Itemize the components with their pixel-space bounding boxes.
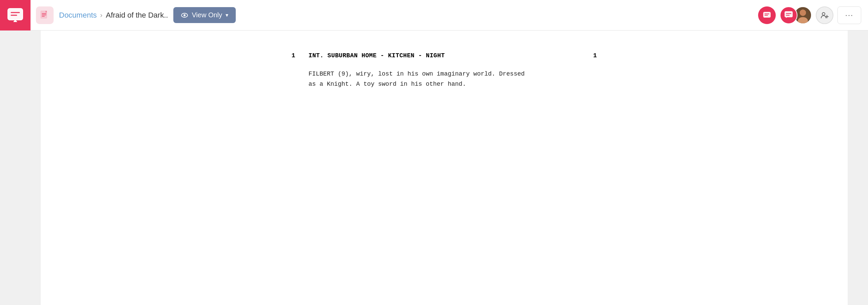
topbar: Documents › Afraid of the Dark.. View On… bbox=[0, 0, 868, 30]
action-line-1: FILBERT (9), wiry, lost in his own imagi… bbox=[309, 69, 597, 79]
doc-icon-wrapper bbox=[36, 6, 54, 24]
scene-row: 1 INT. SUBURBAN HOME - KITCHEN - NIGHT 1 bbox=[292, 51, 597, 61]
scene-number-right: 1 bbox=[580, 51, 597, 61]
sidebar-left bbox=[0, 30, 41, 305]
view-only-chevron-icon: ▾ bbox=[226, 12, 228, 18]
document-content[interactable]: 1 INT. SUBURBAN HOME - KITCHEN - NIGHT 1… bbox=[41, 30, 848, 305]
svg-rect-16 bbox=[785, 11, 793, 17]
chat-button[interactable] bbox=[758, 6, 776, 24]
script-body: 1 INT. SUBURBAN HOME - KITCHEN - NIGHT 1… bbox=[292, 51, 597, 89]
eye-icon bbox=[181, 12, 188, 19]
svg-point-11 bbox=[184, 14, 186, 16]
svg-point-23 bbox=[800, 9, 806, 16]
action-block: FILBERT (9), wiry, lost in his own imagi… bbox=[309, 69, 597, 89]
svg-point-24 bbox=[822, 13, 825, 15]
breadcrumb-current-doc: Afraid of the Dark.. bbox=[106, 11, 168, 20]
svg-marker-19 bbox=[786, 17, 787, 18]
add-user-button[interactable] bbox=[816, 6, 833, 24]
avatar-pink[interactable] bbox=[780, 6, 797, 24]
scene-heading: INT. SUBURBAN HOME - KITCHEN - NIGHT bbox=[309, 51, 580, 61]
breadcrumb-chevron-icon: › bbox=[100, 11, 102, 19]
logo-icon bbox=[6, 6, 24, 24]
view-only-label: View Only bbox=[192, 11, 222, 19]
sidebar-right bbox=[848, 30, 868, 305]
app-logo[interactable] bbox=[0, 0, 31, 30]
action-line-2: as a Knight. A toy sword in his other ha… bbox=[309, 79, 597, 89]
doc-icon bbox=[40, 10, 50, 20]
svg-rect-0 bbox=[8, 8, 23, 20]
chat-bubble-icon bbox=[784, 11, 793, 20]
topbar-right: ··· bbox=[758, 6, 861, 24]
svg-rect-6 bbox=[45, 11, 47, 13]
add-user-icon bbox=[821, 11, 829, 19]
more-options-label: ··· bbox=[845, 11, 853, 20]
svg-rect-12 bbox=[763, 12, 771, 18]
breadcrumb-documents-link[interactable]: Documents bbox=[59, 11, 97, 20]
view-only-button[interactable]: View Only ▾ bbox=[173, 7, 236, 23]
avatar-group bbox=[780, 6, 812, 24]
chat-icon bbox=[763, 11, 771, 20]
main-area: 1 INT. SUBURBAN HOME - KITCHEN - NIGHT 1… bbox=[0, 30, 868, 305]
scene-number-left: 1 bbox=[292, 51, 309, 61]
more-options-button[interactable]: ··· bbox=[837, 6, 861, 24]
breadcrumb: Documents › Afraid of the Dark.. bbox=[59, 11, 168, 20]
